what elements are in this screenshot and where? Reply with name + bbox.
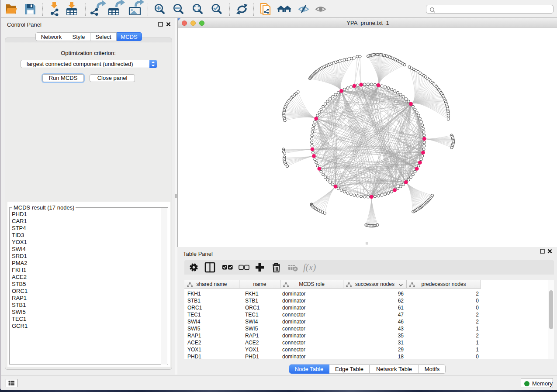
svg-text:f(x): f(x) [303, 262, 316, 272]
